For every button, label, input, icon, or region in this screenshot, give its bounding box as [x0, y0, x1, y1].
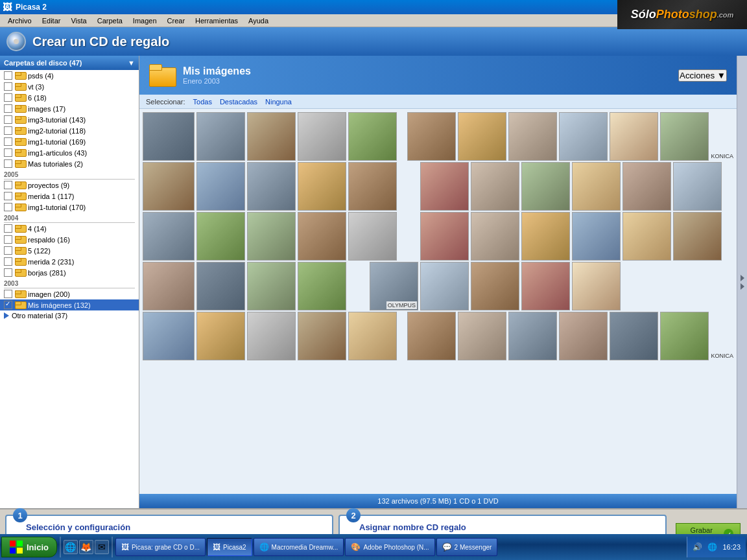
thumbnail[interactable] [247, 212, 296, 261]
destacadas-link[interactable]: Destacadas [220, 98, 257, 106]
menu-archivo[interactable]: Archivo [3, 16, 37, 26]
sidebar-item-img1t[interactable]: img1-tutorial (169) [0, 136, 139, 147]
thumbnail[interactable] [298, 112, 346, 161]
thumbnail[interactable] [143, 162, 195, 211]
sidebar-item-merida2[interactable]: merida 2 (231) [0, 256, 139, 267]
sidebar-item-psds[interactable]: psds (4) [0, 70, 139, 81]
thumbnail[interactable] [143, 312, 195, 360]
checkbox-borjas[interactable] [4, 268, 12, 277]
sidebar-item-otro[interactable]: Otro material (37) [0, 310, 139, 321]
thumbnail[interactable] [348, 312, 397, 360]
thumbnail[interactable] [572, 262, 621, 310]
thumbnail[interactable] [196, 112, 245, 161]
sidebar-item-img2[interactable]: img2-tutorial (118) [0, 125, 139, 136]
thumbnail[interactable] [348, 162, 397, 211]
start-button[interactable]: Inicio [1, 537, 57, 557]
menu-imagen[interactable]: Imagen [128, 16, 162, 26]
thumbnail[interactable] [196, 212, 245, 261]
thumbnail[interactable] [559, 312, 608, 360]
checkbox-img1t170[interactable] [4, 203, 12, 211]
sidebar-item-img1t170[interactable]: img1-tutorial (170) [0, 202, 139, 213]
thumbnail[interactable] [458, 312, 506, 360]
thumbnail[interactable] [143, 262, 195, 310]
thumbnail[interactable] [247, 162, 296, 211]
thumbnail[interactable] [196, 262, 245, 310]
thumbnail[interactable] [610, 312, 658, 360]
checkbox-merida2[interactable] [4, 257, 12, 266]
thumbnail[interactable] [143, 212, 195, 261]
taskbar-ie-icon[interactable]: 🌐 [64, 540, 78, 554]
sidebar-item-img3[interactable]: img3-tutorial (143) [0, 114, 139, 125]
sidebar-item-borjas[interactable]: borjas (281) [0, 267, 139, 278]
sidebar-item-5[interactable]: 5 (122) [0, 245, 139, 256]
thumbnail[interactable] [572, 212, 621, 261]
checkbox-imagen[interactable] [4, 290, 12, 298]
thumbnail[interactable] [298, 262, 346, 310]
acciones-button[interactable]: Acciones ▼ [678, 69, 727, 82]
checkbox-merida1[interactable] [4, 192, 12, 200]
taskbar-picasa2[interactable]: 🖼 Picasa2 [207, 538, 252, 556]
thumbnail[interactable]: OLYMPUS [370, 262, 418, 310]
thumbnail[interactable] [348, 212, 397, 261]
thumbnail[interactable] [660, 112, 709, 161]
thumbnail[interactable] [407, 112, 456, 161]
thumbnail[interactable] [247, 112, 296, 161]
thumbnail[interactable] [420, 262, 469, 310]
checkbox-images[interactable] [4, 104, 12, 113]
thumbnail[interactable] [622, 212, 671, 261]
checkbox-img2[interactable] [4, 126, 12, 135]
menu-editar[interactable]: Editar [37, 16, 66, 26]
checkbox-respaldo[interactable] [4, 235, 12, 244]
sidebar-item-img1a[interactable]: img1-articulos (43) [0, 147, 139, 158]
thumbnail[interactable] [247, 262, 296, 310]
sidebar-item-mas[interactable]: Mas tutoriales (2) [0, 158, 139, 169]
sidebar-item-vt[interactable]: vt (3) [0, 81, 139, 92]
sidebar-item-6[interactable]: 6 (18) [0, 92, 139, 103]
thumbnail[interactable] [420, 162, 469, 211]
sidebar-item-respaldo[interactable]: respaldo (16) [0, 234, 139, 245]
checkbox-img3[interactable] [4, 115, 12, 124]
thumbnail[interactable] [673, 162, 722, 211]
thumbnail[interactable] [247, 312, 296, 360]
sidebar-item-images[interactable]: images (17) [0, 103, 139, 114]
right-collapse-bar[interactable] [737, 56, 747, 508]
checkbox-psds[interactable] [4, 71, 12, 80]
taskbar-dreamweaver[interactable]: 🌐 Macromedia Dreamw... [254, 538, 344, 556]
sidebar-item-proyectos[interactable]: proyectos (9) [0, 180, 139, 191]
checkbox-mas[interactable] [4, 159, 12, 168]
thumbnail[interactable] [660, 312, 709, 360]
sidebar-item-imagen[interactable]: imagen (200) [0, 288, 139, 299]
menu-vista[interactable]: Vista [65, 16, 91, 26]
thumbnail[interactable] [196, 312, 245, 360]
thumbnail[interactable] [521, 212, 570, 261]
thumbnail[interactable] [407, 312, 456, 360]
taskbar-email-icon[interactable]: ✉ [95, 540, 109, 554]
checkbox-6[interactable] [4, 93, 12, 102]
taskbar-photoshop[interactable]: 🎨 Adobe Photoshop (N... [345, 538, 434, 556]
sidebar-item-merida1[interactable]: merida 1 (117) [0, 191, 139, 202]
checkbox-img1t[interactable] [4, 137, 12, 146]
thumbnail[interactable] [458, 112, 506, 161]
menu-ayuda[interactable]: Ayuda [243, 16, 274, 26]
thumbnail[interactable] [143, 112, 195, 161]
thumbnail[interactable] [673, 212, 722, 261]
thumbnail[interactable] [622, 162, 671, 211]
menu-carpeta[interactable]: Carpeta [92, 16, 128, 26]
ninguna-link[interactable]: Ninguna [265, 98, 292, 106]
thumbnail[interactable] [298, 162, 346, 211]
checkbox-4[interactable] [4, 224, 12, 233]
sidebar-item-misimag[interactable]: Mis imágenes (132) [0, 299, 139, 310]
checkbox-vt[interactable] [4, 82, 12, 91]
checkbox-img1a[interactable] [4, 148, 12, 157]
sidebar-item-4[interactable]: 4 (14) [0, 223, 139, 234]
taskbar-picasa-grabe[interactable]: 🖼 Picasa: grabe CD o D... [115, 538, 206, 556]
thumbnail[interactable] [508, 312, 557, 360]
todas-link[interactable]: Todas [193, 98, 212, 106]
checkbox-proyectos[interactable] [4, 181, 12, 189]
thumbnail[interactable] [521, 162, 570, 211]
thumbnail[interactable] [508, 112, 557, 161]
checkbox-5[interactable] [4, 246, 12, 255]
menu-crear[interactable]: Crear [162, 16, 191, 26]
taskbar-messenger[interactable]: 💬 2 Messenger [436, 538, 498, 556]
menu-herramientas[interactable]: Herramientas [190, 16, 243, 26]
